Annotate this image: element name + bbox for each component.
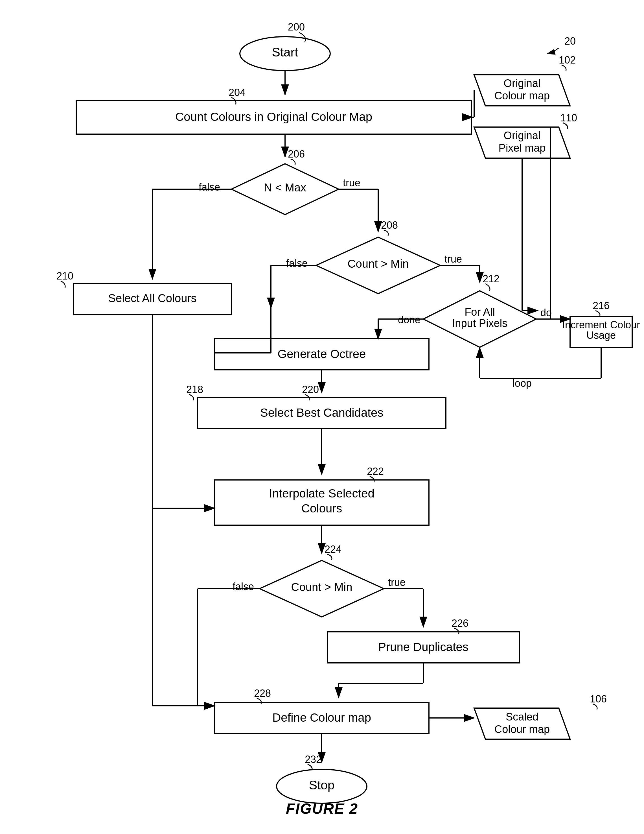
- count-gt-min-1-label: Count > Min: [348, 257, 409, 270]
- interpolate-label1: Interpolate Selected: [269, 487, 374, 500]
- true-label-3: true: [388, 577, 405, 588]
- scaled-colour-map-label2: Colour map: [494, 723, 550, 735]
- svg-text:220: 220: [302, 384, 319, 395]
- define-colour-map-label: Define Colour map: [272, 711, 371, 724]
- svg-text:102: 102: [559, 54, 576, 66]
- select-best-label: Select Best Candidates: [260, 406, 384, 419]
- for-all-pixels-label2: Input Pixels: [452, 317, 507, 329]
- original-pixel-map-label2: Pixel map: [499, 142, 546, 154]
- svg-text:110: 110: [560, 112, 577, 124]
- svg-text:218: 218: [186, 384, 203, 395]
- prune-duplicates-label: Prune Duplicates: [378, 640, 468, 654]
- interpolate-label2: Colours: [302, 502, 342, 515]
- for-all-pixels-label1: For All: [465, 306, 495, 318]
- svg-text:228: 228: [254, 687, 271, 699]
- loop-label: loop: [513, 377, 532, 389]
- n-less-max-label: N < Max: [264, 181, 306, 194]
- generate-octree-label: Generate Octree: [278, 347, 366, 360]
- false-label-1: false: [199, 181, 220, 193]
- svg-text:212: 212: [483, 273, 499, 284]
- svg-text:210: 210: [56, 270, 73, 282]
- scaled-colour-map-label1: Scaled: [506, 711, 539, 723]
- false-label-2: false: [286, 257, 308, 269]
- false-label-3: false: [232, 581, 254, 592]
- true-label-2: true: [444, 253, 462, 265]
- original-colour-map-label2: Colour map: [494, 90, 550, 102]
- svg-text:216: 216: [592, 300, 610, 311]
- svg-text:200: 200: [288, 21, 305, 33]
- start-label: Start: [272, 45, 298, 59]
- svg-text:224: 224: [324, 543, 342, 555]
- original-colour-map-label1: Original: [504, 78, 541, 89]
- svg-text:206: 206: [288, 148, 305, 160]
- stop-label: Stop: [309, 778, 335, 792]
- svg-text:106: 106: [590, 693, 607, 705]
- done-label: done: [398, 314, 421, 325]
- svg-text:20: 20: [565, 35, 576, 47]
- count-colours-label: Count Colours in Original Colour Map: [175, 110, 372, 123]
- figure-label: FIGURE 2: [286, 800, 358, 817]
- select-all-colours-label: Select All Colours: [108, 292, 197, 304]
- increment-colour-label1: Increment Colour: [562, 319, 640, 331]
- original-pixel-map-label1: Original: [504, 129, 541, 141]
- svg-text:208: 208: [381, 219, 398, 231]
- svg-text:232: 232: [305, 753, 322, 765]
- svg-text:222: 222: [367, 465, 384, 477]
- svg-text:226: 226: [452, 617, 468, 629]
- count-gt-min-2-label: Count > Min: [291, 581, 352, 593]
- svg-text:204: 204: [229, 87, 245, 98]
- increment-colour-label2: Usage: [586, 330, 616, 341]
- true-label-1: true: [343, 177, 360, 189]
